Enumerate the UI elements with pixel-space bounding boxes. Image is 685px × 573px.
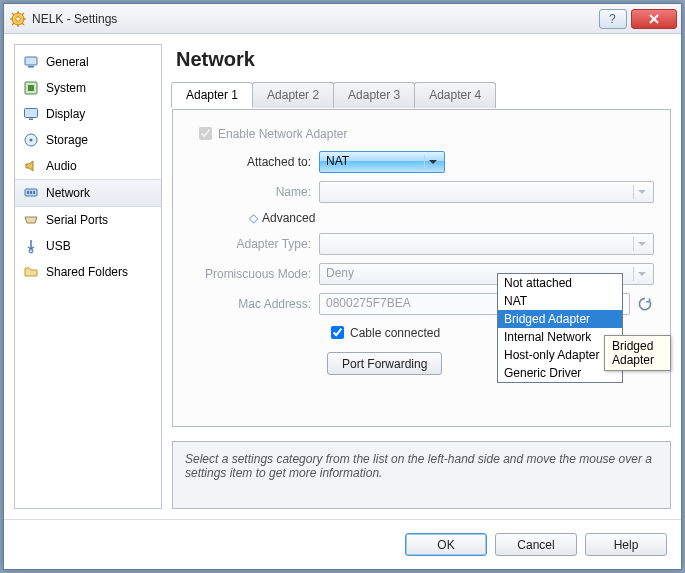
sidebar-item-audio[interactable]: Audio: [15, 153, 161, 179]
storage-icon: [23, 132, 39, 148]
name-row: Name:: [189, 181, 654, 203]
enable-adapter-checkbox[interactable]: [199, 127, 212, 140]
folder-icon: [23, 264, 39, 280]
dialog-footer: OK Cancel Help: [4, 519, 681, 569]
settings-window: NELK - Settings ? General System Display: [3, 3, 682, 570]
svg-rect-13: [25, 57, 37, 65]
attached-to-value: NAT: [326, 154, 349, 168]
close-button[interactable]: [631, 9, 677, 29]
adapter-type-row: Adapter Type:: [189, 233, 654, 255]
sidebar-item-label: Network: [46, 186, 90, 200]
svg-rect-16: [28, 85, 34, 91]
tab-adapter-4[interactable]: Adapter 4: [414, 82, 496, 108]
titlebar: NELK - Settings ?: [4, 4, 681, 34]
mac-label: Mac Address:: [189, 297, 319, 311]
attached-to-row: Attached to: NAT: [189, 151, 654, 173]
main-panel: Network Adapter 1 Adapter 2 Adapter 3 Ad…: [172, 44, 671, 509]
svg-rect-17: [25, 109, 38, 118]
page-title: Network: [176, 48, 671, 71]
network-icon: [23, 185, 39, 201]
sidebar-item-usb[interactable]: USB: [15, 233, 161, 259]
close-icon: [647, 14, 661, 24]
sidebar-item-label: System: [46, 81, 86, 95]
svg-point-20: [29, 138, 32, 141]
sidebar-item-label: USB: [46, 239, 71, 253]
expander-arrow-icon: ◇: [249, 211, 258, 225]
chevron-down-icon: [633, 237, 649, 251]
sidebar-item-system[interactable]: System: [15, 75, 161, 101]
sidebar-item-label: Storage: [46, 133, 88, 147]
name-label: Name:: [189, 185, 319, 199]
serial-icon: [23, 212, 39, 228]
svg-point-1: [16, 16, 20, 20]
help-icon: ?: [607, 13, 619, 25]
dropdown-item-bridged[interactable]: Bridged Adapter: [498, 310, 622, 328]
sidebar-item-label: Shared Folders: [46, 265, 128, 279]
refresh-icon: [636, 295, 654, 313]
name-combo[interactable]: [319, 181, 654, 203]
svg-rect-14: [28, 66, 34, 68]
app-gear-icon: [10, 11, 26, 27]
general-icon: [23, 54, 39, 70]
mac-value: 0800275F7BEA: [326, 296, 411, 310]
tab-adapter-2[interactable]: Adapter 2: [252, 82, 334, 108]
cable-label: Cable connected: [350, 326, 440, 340]
enable-adapter-label: Enable Network Adapter: [218, 127, 347, 141]
svg-line-6: [12, 13, 14, 15]
sidebar-item-label: Serial Ports: [46, 213, 108, 227]
chevron-down-icon: [633, 267, 649, 281]
tabs: Adapter 1 Adapter 2 Adapter 3 Adapter 4: [171, 82, 670, 108]
refresh-mac-button[interactable]: [636, 295, 654, 313]
svg-rect-22: [27, 191, 29, 194]
chevron-down-icon: [424, 155, 440, 169]
svg-line-8: [22, 13, 24, 15]
sidebar-item-shared-folders[interactable]: Shared Folders: [15, 259, 161, 285]
chevron-down-icon: [633, 185, 649, 199]
sidebar-item-label: General: [46, 55, 89, 69]
svg-point-25: [29, 249, 33, 253]
advanced-row[interactable]: ◇ Advanced: [189, 211, 654, 225]
sidebar-item-label: Audio: [46, 159, 77, 173]
display-icon: [23, 106, 39, 122]
help-button[interactable]: Help: [585, 533, 667, 556]
system-icon: [23, 80, 39, 96]
tooltip: Bridged Adapter: [604, 335, 671, 371]
attached-to-combo[interactable]: NAT: [319, 151, 445, 173]
sidebar-item-label: Display: [46, 107, 85, 121]
sidebar-item-general[interactable]: General: [15, 49, 161, 75]
dropdown-item-not-attached[interactable]: Not attached: [498, 274, 622, 292]
attached-to-label: Attached to:: [189, 155, 319, 169]
sidebar: General System Display Storage Audio Net…: [14, 44, 162, 509]
audio-icon: [23, 158, 39, 174]
promiscuous-label: Promiscuous Mode:: [189, 267, 319, 281]
svg-line-9: [12, 23, 14, 25]
help-titlebar-button[interactable]: ?: [599, 9, 627, 29]
info-box: Select a settings category from the list…: [172, 441, 671, 509]
adapter-type-label: Adapter Type:: [189, 237, 319, 251]
sidebar-item-network[interactable]: Network: [15, 179, 161, 207]
svg-line-7: [22, 23, 24, 25]
port-forwarding-button[interactable]: Port Forwarding: [327, 352, 442, 375]
promiscuous-value: Deny: [326, 266, 354, 280]
enable-adapter-row: Enable Network Adapter: [195, 124, 654, 143]
svg-rect-18: [29, 119, 33, 121]
sidebar-item-serial-ports[interactable]: Serial Ports: [15, 207, 161, 233]
sidebar-item-storage[interactable]: Storage: [15, 127, 161, 153]
svg-rect-23: [30, 191, 32, 194]
cable-checkbox[interactable]: [331, 326, 344, 339]
adapter-type-combo[interactable]: [319, 233, 654, 255]
window-title: NELK - Settings: [32, 12, 599, 26]
advanced-label: Advanced: [262, 211, 315, 225]
dropdown-item-nat[interactable]: NAT: [498, 292, 622, 310]
sidebar-item-display[interactable]: Display: [15, 101, 161, 127]
svg-text:?: ?: [609, 13, 616, 25]
tab-adapter-3[interactable]: Adapter 3: [333, 82, 415, 108]
usb-icon: [23, 238, 39, 254]
svg-rect-24: [33, 191, 35, 194]
tab-adapter-1[interactable]: Adapter 1: [171, 82, 253, 108]
ok-button[interactable]: OK: [405, 533, 487, 556]
cancel-button[interactable]: Cancel: [495, 533, 577, 556]
